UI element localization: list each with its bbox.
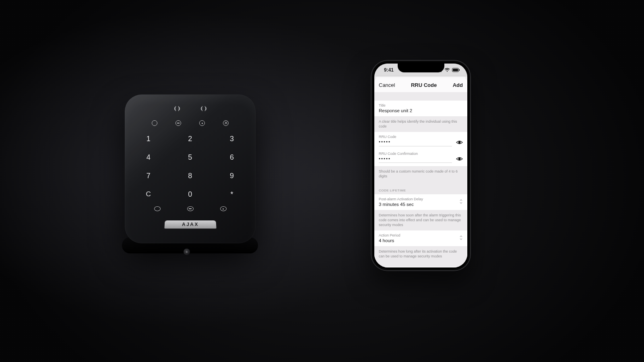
nfc-icon-right: [199, 105, 208, 114]
keypad-key-0[interactable]: 0: [182, 189, 199, 199]
activation-delay-row[interactable]: Post-alarm Activation Delay 3 minutes 45…: [374, 194, 467, 210]
keypad-key-7[interactable]: 7: [140, 171, 157, 181]
keypad-bottom-icons: [154, 206, 227, 211]
phone-screen: 9:41 Cancel RRU Code Add: [374, 64, 467, 267]
partial-arm-icon: [187, 206, 194, 211]
add-button[interactable]: Add: [453, 82, 463, 88]
keypad-key-star[interactable]: *: [223, 189, 240, 199]
phone-notch: [398, 64, 444, 72]
sheet-title: RRU Code: [411, 82, 437, 88]
rru-code-confirm-row[interactable]: RRU Code Confirmation •••••: [374, 150, 467, 167]
keypad-key-5[interactable]: 5: [182, 152, 199, 162]
background: [0, 0, 644, 362]
keypad-device: 1 2 3 4 5 6 7 8 9 C 0 * AJAX: [125, 95, 256, 243]
action-period-label: Action Period: [379, 233, 400, 237]
brand-badge: AJAX: [164, 220, 216, 228]
reveal-code-icon[interactable]: [456, 140, 463, 145]
rru-code-confirm-input[interactable]: •••••: [379, 156, 452, 163]
title-label: Title: [379, 103, 463, 107]
rru-code-row[interactable]: RRU Code •••••: [374, 132, 467, 150]
keypad-port-icon: +: [184, 249, 190, 255]
reveal-confirm-icon[interactable]: [456, 156, 463, 161]
led-partial-icon: [175, 120, 181, 126]
keypad-key-4[interactable]: 4: [140, 152, 157, 162]
title-field-row[interactable]: Title Response unit 2: [374, 101, 467, 116]
title-input[interactable]: Response unit 2: [379, 108, 463, 113]
nfc-icon-left: [172, 105, 182, 114]
rru-code-input[interactable]: •••••: [379, 140, 452, 146]
activation-delay-hint: Determines how soon after the alarm trig…: [374, 210, 467, 230]
activation-delay-value: 3 minutes 45 sec: [379, 202, 423, 207]
cancel-button[interactable]: Cancel: [379, 82, 395, 88]
keypad-key-3[interactable]: 3: [223, 134, 240, 144]
keypad-key-clear[interactable]: C: [140, 189, 157, 199]
svg-rect-7: [459, 69, 460, 71]
code-lifetime-section-title: CODE LIFETIME: [374, 182, 467, 194]
battery-icon: [452, 68, 460, 72]
action-period-row[interactable]: Action Period 4 hours: [374, 230, 467, 246]
keypad-key-6[interactable]: 6: [223, 152, 240, 162]
disarm-icon: [154, 206, 161, 211]
svg-point-9: [458, 158, 460, 160]
keypad-status-leds: [152, 120, 229, 126]
keypad-key-1[interactable]: 1: [140, 134, 157, 144]
wifi-icon: [444, 68, 450, 72]
led-circle-icon: [152, 120, 157, 126]
svg-point-8: [458, 141, 460, 143]
svg-rect-6: [453, 69, 458, 71]
keypad-key-9[interactable]: 9: [223, 171, 240, 181]
svg-point-4: [447, 71, 448, 72]
select-chevrons-icon: [459, 199, 463, 205]
rru-code-label: RRU Code: [379, 135, 452, 139]
rru-code-sheet: Cancel RRU Code Add Title Response unit …: [374, 78, 467, 267]
phone-frame: 9:41 Cancel RRU Code Add: [371, 60, 471, 271]
led-armed-icon: [199, 120, 205, 126]
action-period-hint: Determines how long after its activation…: [374, 246, 467, 267]
rru-code-confirm-label: RRU Code Confirmation: [379, 152, 452, 156]
title-hint: A clear title helps identify the individ…: [374, 116, 467, 132]
action-period-value: 4 hours: [379, 238, 400, 243]
led-fault-icon: [223, 120, 229, 126]
code-hint: Should be a custom numeric code made of …: [374, 166, 467, 182]
select-chevrons-icon: [459, 235, 463, 241]
keypad-key-2[interactable]: 2: [182, 134, 199, 144]
activation-delay-label: Post-alarm Activation Delay: [379, 197, 423, 201]
arm-icon: [220, 206, 227, 211]
keypad-key-8[interactable]: 8: [182, 171, 199, 181]
status-time: 9:41: [384, 67, 394, 73]
